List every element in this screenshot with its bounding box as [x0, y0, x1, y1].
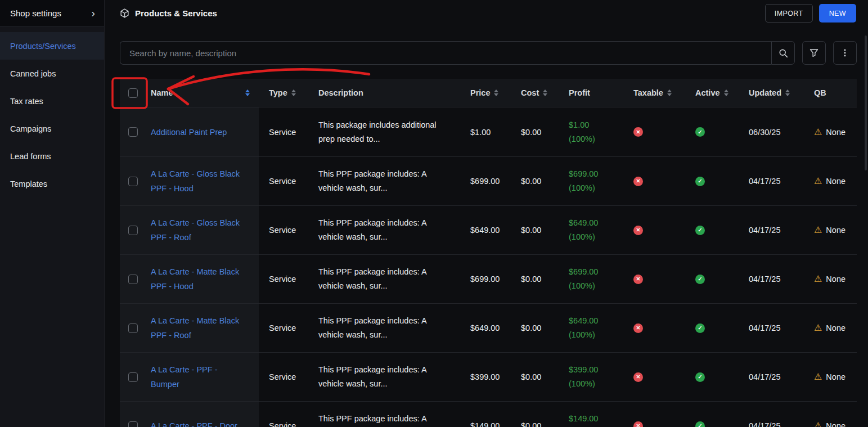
- qb-status: None: [826, 323, 845, 332]
- select-all-cell: [120, 79, 146, 107]
- sidebar-item-canned-jobs[interactable]: Canned jobs: [0, 60, 104, 87]
- column-label: QB: [814, 88, 826, 97]
- profit-percent: (100%): [569, 230, 595, 244]
- name-cell: A La Carte - Matte Black PPF - Hood: [146, 255, 259, 303]
- kebab-menu-icon: [840, 48, 849, 57]
- qb-warning-icon: ⚠: [814, 226, 822, 235]
- row-checkbox[interactable]: [128, 127, 138, 137]
- row-checkbox[interactable]: [128, 226, 138, 235]
- table-row: A La Carte - PPF - DoorServiceThis PPF p…: [120, 401, 857, 427]
- filter-button[interactable]: [802, 41, 826, 65]
- content: NameTypeDescriptionPriceCostProfitTaxabl…: [105, 26, 868, 427]
- sort-icon: [543, 89, 547, 96]
- import-button[interactable]: IMPORT: [765, 4, 813, 23]
- description-cell: This PPF package includes: A vehicle was…: [308, 157, 459, 205]
- taxable-cell: ✕: [622, 255, 684, 303]
- sidebar-item-campaigns[interactable]: Campaigns: [0, 115, 104, 142]
- checkbox-cell: [120, 353, 146, 401]
- profit-amount: $1.00: [569, 118, 589, 132]
- sidebar-item-tax-rates[interactable]: Tax rates: [0, 87, 104, 115]
- table-row: A La Carte - Gloss Black PPF - RoofServi…: [120, 205, 857, 254]
- profit-cell: $149.00(100%): [557, 402, 622, 427]
- taxable-no-icon: ✕: [633, 372, 643, 382]
- row-checkbox[interactable]: [128, 177, 138, 186]
- row-checkbox[interactable]: [128, 421, 138, 427]
- profit-cell: $699.00(100%): [557, 157, 622, 205]
- scrollbar-thumb[interactable]: [865, 35, 867, 170]
- product-name-link[interactable]: A La Carte - PPF - Door: [151, 419, 237, 427]
- profit-cell: $649.00(100%): [557, 206, 622, 254]
- qb-warning-icon: ⚠: [814, 372, 822, 381]
- column-header-qb: QB: [804, 79, 857, 107]
- column-header-description: Description: [308, 79, 459, 107]
- column-header-taxable[interactable]: Taxable: [622, 79, 684, 107]
- column-header-type[interactable]: Type: [259, 79, 308, 107]
- cost-cell: $0.00: [510, 353, 557, 401]
- column-label: Updated: [749, 88, 781, 97]
- page-title: Products & Services: [135, 8, 217, 18]
- product-name-link[interactable]: Additional Paint Prep: [151, 125, 227, 140]
- price-cell: $399.00: [459, 353, 510, 401]
- taxable-cell: ✕: [622, 304, 684, 352]
- sidebar-item-templates[interactable]: Templates: [0, 170, 104, 197]
- new-button[interactable]: NEW: [819, 4, 856, 23]
- table-row: A La Carte - Matte Black PPF - RoofServi…: [120, 303, 857, 352]
- qb-cell: ⚠None: [804, 402, 857, 427]
- price-cell: $699.00: [459, 255, 510, 303]
- sidebar-header[interactable]: Shop settings ›: [0, 0, 104, 26]
- cost-cell: $0.00: [510, 107, 557, 156]
- product-name-link[interactable]: A La Carte - Gloss Black PPF - Hood: [151, 167, 243, 196]
- active-cell: ✓: [684, 157, 742, 205]
- table-row: A La Carte - Gloss Black PPF - HoodServi…: [120, 156, 857, 205]
- column-label: Description: [318, 88, 363, 97]
- column-header-name[interactable]: Name: [146, 79, 259, 107]
- checkbox-cell: [120, 402, 146, 427]
- sort-icon: [785, 89, 790, 96]
- search-input[interactable]: [120, 41, 771, 65]
- name-cell: A La Carte - Gloss Black PPF - Roof: [146, 206, 259, 254]
- product-name-link[interactable]: A La Carte - Gloss Black PPF - Roof: [151, 215, 243, 245]
- cost-cell: $0.00: [510, 255, 557, 303]
- column-header-cost[interactable]: Cost: [510, 79, 557, 107]
- type-cell: Service: [259, 255, 308, 303]
- price-cell: $149.00: [459, 402, 510, 427]
- name-cell: A La Carte - Matte Black PPF - Roof: [146, 304, 259, 352]
- price-cell: $1.00: [459, 107, 510, 156]
- sidebar-item-lead-forms[interactable]: Lead forms: [0, 142, 104, 170]
- qb-cell: ⚠None: [804, 255, 857, 303]
- product-name-link[interactable]: A La Carte - PPF - Bumper: [151, 362, 243, 392]
- price-cell: $699.00: [459, 157, 510, 205]
- price-cell: $649.00: [459, 304, 510, 352]
- qb-warning-icon: ⚠: [814, 275, 822, 284]
- row-checkbox[interactable]: [128, 275, 138, 284]
- table-body: Additional Paint PrepServiceThis package…: [120, 107, 857, 427]
- active-yes-icon: ✓: [695, 421, 705, 427]
- row-checkbox[interactable]: [128, 323, 138, 333]
- search-button[interactable]: [771, 41, 795, 65]
- active-cell: ✓: [684, 304, 742, 352]
- checkbox-cell: [120, 255, 146, 303]
- sort-icon: [291, 89, 296, 96]
- table-row: A La Carte - Matte Black PPF - HoodServi…: [120, 254, 857, 303]
- column-header-price[interactable]: Price: [459, 79, 510, 107]
- qb-warning-icon: ⚠: [814, 323, 822, 332]
- profit-cell: $1.00(100%): [557, 107, 622, 156]
- more-options-button[interactable]: [833, 41, 857, 65]
- column-label: Profit: [569, 88, 590, 97]
- column-label: Taxable: [633, 88, 663, 97]
- select-all-checkbox[interactable]: [128, 88, 138, 98]
- column-header-updated[interactable]: Updated: [742, 79, 804, 107]
- sidebar-item-products-services[interactable]: Products/Services: [0, 32, 104, 60]
- column-header-active[interactable]: Active: [684, 79, 742, 107]
- profit-percent: (100%): [569, 377, 595, 391]
- profit-percent: (100%): [569, 279, 595, 293]
- qb-cell: ⚠None: [804, 157, 857, 205]
- active-yes-icon: ✓: [695, 177, 705, 186]
- product-name-link[interactable]: A La Carte - Matte Black PPF - Hood: [151, 264, 243, 294]
- row-checkbox[interactable]: [128, 372, 138, 382]
- qb-status: None: [826, 177, 845, 186]
- product-name-link[interactable]: A La Carte - Matte Black PPF - Roof: [151, 313, 243, 343]
- updated-cell: 06/30/25: [742, 107, 804, 156]
- taxable-no-icon: ✕: [633, 127, 643, 137]
- profit-cell: $399.00(100%): [557, 353, 622, 401]
